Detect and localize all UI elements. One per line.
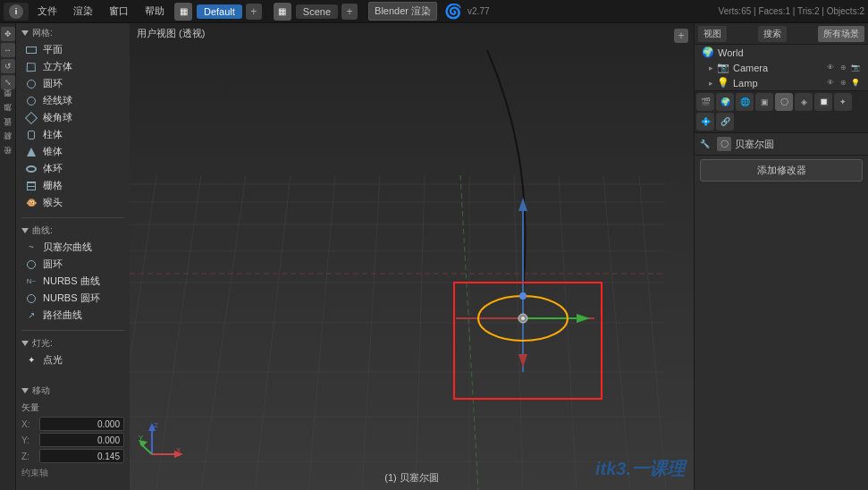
toolbar-btn-1[interactable]: ✥ bbox=[1, 27, 15, 41]
world-icon: 🌍 bbox=[702, 46, 714, 58]
properties-section: 🎬 🌍 🌐 ▣ 〇 ◈ 🔲 ✦ 💠 🔗 🔧 〇 贝塞尔圆 添加修改器 bbox=[695, 91, 868, 490]
mesh-item-plane[interactable]: 平面 bbox=[21, 41, 124, 58]
viewport-add-button[interactable]: + bbox=[674, 29, 688, 43]
outliner-section: 🌍 World ▸ 📷 Camera 👁 ⊕ 📷 ▸ 💡 Lamp bbox=[695, 45, 868, 91]
right-panel: 视图 搜索 所有场景 🌍 World ▸ 📷 Camera 👁 ⊕ 📷 bbox=[694, 23, 868, 490]
vector-y-input[interactable]: 0.000 bbox=[39, 433, 124, 447]
move-expand-icon bbox=[21, 388, 29, 393]
props-tab-constraints[interactable]: 🔗 bbox=[716, 113, 734, 131]
mesh-item-cylinder[interactable]: 柱体 bbox=[21, 126, 124, 143]
view-button[interactable]: 视图 bbox=[698, 26, 727, 42]
version-text: v2.77 bbox=[468, 6, 489, 16]
curve-item-path[interactable]: ↗ 路径曲线 bbox=[21, 307, 124, 324]
scene-mode-icon[interactable]: ▦ bbox=[274, 3, 291, 21]
toolbar-btn-3[interactable]: ↺ bbox=[1, 59, 15, 73]
props-tab-texture[interactable]: 🔲 bbox=[814, 93, 832, 111]
props-tab-physics[interactable]: 💠 bbox=[696, 113, 714, 131]
props-tab-particle[interactable]: ✦ bbox=[834, 93, 852, 111]
viewport-status: (1) 贝塞尔圆 bbox=[384, 471, 439, 485]
svg-point-34 bbox=[521, 317, 525, 320]
mode-icon[interactable]: ▦ bbox=[174, 3, 192, 21]
all-scenes-button[interactable]: 所有场景 bbox=[818, 26, 864, 42]
vector-x-label: X: bbox=[21, 419, 38, 429]
vector-title: 矢量 bbox=[21, 401, 124, 414]
divider-1 bbox=[21, 217, 124, 218]
left-toolbar: ✥ ↔ ↺ ⤡ 类型 添加 设置 材质 粒子 bbox=[0, 23, 16, 490]
mesh-item-monkey[interactable]: 🐵 猴头 bbox=[21, 194, 124, 211]
lamp-vis-render[interactable]: 💡 bbox=[850, 78, 861, 89]
vector-x-row: X: 0.000 bbox=[21, 417, 124, 431]
lamp-vis-cursor[interactable]: ⊕ bbox=[838, 78, 848, 89]
curve-item-bezier[interactable]: ~ 贝塞尔曲线 bbox=[21, 239, 124, 256]
search-button[interactable]: 搜索 bbox=[758, 26, 787, 42]
mesh-section-label: 网格: bbox=[21, 27, 124, 39]
camera-vis-cursor[interactable]: ⊕ bbox=[838, 63, 848, 73]
menu-file[interactable]: 文件 bbox=[30, 3, 64, 20]
cube-icon bbox=[25, 61, 38, 73]
mesh-item-grid[interactable]: 栅格 bbox=[21, 177, 124, 194]
mesh-item-cone[interactable]: 锥体 bbox=[21, 143, 124, 160]
curve-item-nurbs-circle[interactable]: NURBS 圆环 bbox=[21, 290, 124, 307]
light-item-point[interactable]: ✦ 点光 bbox=[21, 351, 124, 368]
light-section: 灯光: ✦ 点光 bbox=[16, 334, 130, 372]
camera-icon: 📷 bbox=[717, 62, 729, 73]
scene-label[interactable]: Scene bbox=[296, 4, 338, 19]
toolbar-btn-2[interactable]: ↔ bbox=[1, 43, 15, 57]
menu-window[interactable]: 窗口 bbox=[102, 3, 136, 20]
mesh-item-torus[interactable]: 体环 bbox=[21, 160, 124, 177]
props-object-header: 🔧 〇 贝塞尔圆 bbox=[695, 133, 868, 156]
mesh-item-icosphere[interactable]: 棱角球 bbox=[21, 109, 124, 126]
wrench-icon: 🔧 bbox=[700, 139, 710, 148]
props-tab-render[interactable]: 🎬 bbox=[696, 93, 714, 111]
object-name-label: 贝塞尔圆 bbox=[735, 138, 774, 151]
vector-z-row: Z: 0.145 bbox=[21, 449, 124, 463]
toolbar-btn-4[interactable]: ⤡ bbox=[1, 75, 15, 89]
move-title: 移动 bbox=[21, 384, 124, 397]
modifier-section: 添加修改器 bbox=[695, 156, 868, 185]
axis-widget: Z X Y bbox=[139, 418, 183, 463]
mesh-item-cube[interactable]: 立方体 bbox=[21, 58, 124, 75]
outliner-item-world[interactable]: 🌍 World bbox=[695, 45, 868, 60]
info-panel: i bbox=[4, 3, 29, 21]
lamp-vis-eye[interactable]: 👁 bbox=[825, 78, 836, 89]
mesh-item-uvsphere[interactable]: 经线球 bbox=[21, 92, 124, 109]
lamp-icon: 💡 bbox=[717, 77, 729, 89]
circle-icon bbox=[25, 78, 38, 90]
blender-icon: 🌀 bbox=[444, 3, 462, 20]
outliner-item-camera[interactable]: ▸ 📷 Camera 👁 ⊕ 📷 bbox=[695, 60, 868, 75]
constraint-label: 约束轴 bbox=[21, 467, 124, 479]
curve-item-nurbs[interactable]: N~ NURBS 曲线 bbox=[21, 273, 124, 290]
curve-item-circle[interactable]: 圆环 bbox=[21, 256, 124, 273]
props-tab-object[interactable]: ▣ bbox=[755, 93, 773, 111]
light-expand-icon bbox=[21, 341, 29, 346]
mesh-expand-icon bbox=[21, 30, 29, 36]
viewport-grid-svg bbox=[130, 23, 694, 490]
props-tab-scene[interactable]: 🌍 bbox=[716, 93, 734, 111]
menu-help[interactable]: 帮助 bbox=[138, 3, 172, 20]
torus-icon bbox=[25, 163, 38, 175]
point-light-icon: ✦ bbox=[25, 354, 38, 367]
add-modifier-button[interactable]: 添加修改器 bbox=[700, 159, 863, 182]
mesh-item-circle[interactable]: 圆环 bbox=[21, 75, 124, 92]
outliner-item-lamp[interactable]: ▸ 💡 Lamp 👁 ⊕ 💡 bbox=[695, 75, 868, 90]
menu-render[interactable]: 渲染 bbox=[66, 3, 100, 20]
vector-x-input[interactable]: 0.000 bbox=[39, 417, 124, 431]
vector-z-label: Z: bbox=[21, 452, 38, 461]
grid-icon bbox=[25, 180, 38, 192]
camera-vis-icons: 👁 ⊕ 📷 bbox=[825, 63, 861, 73]
workspace-label[interactable]: Default bbox=[197, 4, 242, 19]
props-tab-data[interactable]: 〇 bbox=[775, 93, 793, 111]
curve-section: 曲线: ~ 贝塞尔曲线 圆环 N~ NURBS 曲线 NURBS 圆环 bbox=[16, 221, 130, 327]
vector-z-input[interactable]: 0.145 bbox=[39, 449, 124, 463]
camera-vis-render[interactable]: 📷 bbox=[850, 63, 861, 73]
svg-point-35 bbox=[519, 292, 527, 300]
mesh-section: 网格: 平面 立方体 圆环 bbox=[16, 23, 130, 215]
render-engine-select[interactable]: Blender 渲染 bbox=[368, 2, 437, 21]
add-scene-button[interactable]: + bbox=[341, 4, 358, 20]
camera-vis-eye[interactable]: 👁 bbox=[825, 63, 836, 73]
viewport-3d[interactable]: 用户视图 (透视) + Z X Y (1) 贝塞尔圆 itk3.一课理 bbox=[130, 23, 694, 490]
props-tab-world[interactable]: 🌐 bbox=[736, 93, 754, 111]
add-workspace-button[interactable]: + bbox=[246, 4, 262, 20]
props-tab-material[interactable]: ◈ bbox=[795, 93, 813, 111]
light-section-label: 灯光: bbox=[21, 337, 124, 350]
